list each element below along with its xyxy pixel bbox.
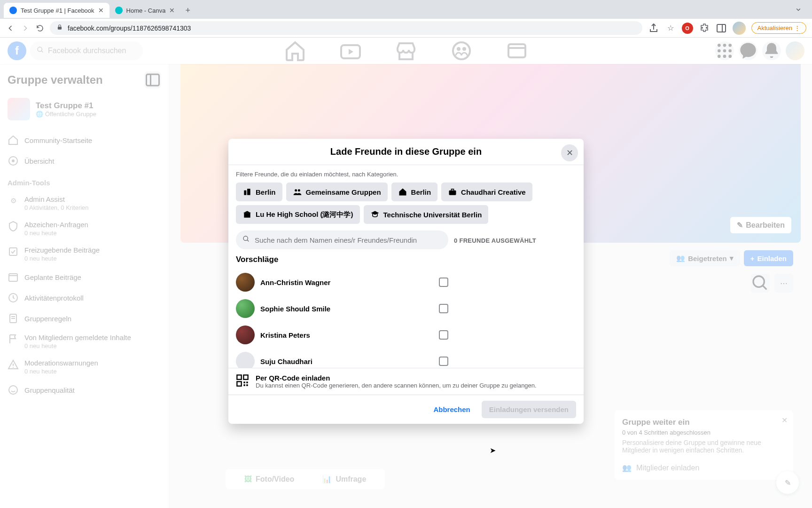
friend-avatar bbox=[236, 299, 255, 318]
friend-row[interactable]: Sophie Should Smile bbox=[236, 295, 448, 322]
menu-dots-icon: ⋮ bbox=[794, 24, 800, 32]
profile-avatar[interactable] bbox=[733, 22, 746, 35]
friend-avatar bbox=[236, 325, 255, 344]
friend-name: Ann-Christin Wagner bbox=[260, 278, 433, 286]
svg-rect-36 bbox=[244, 190, 246, 195]
svg-rect-41 bbox=[244, 213, 250, 218]
svg-rect-44 bbox=[237, 375, 241, 379]
reload-button[interactable] bbox=[36, 24, 44, 32]
nav-bar: facebook.com/groups/1187626598741303 ☆ O… bbox=[0, 19, 812, 38]
svg-rect-50 bbox=[246, 384, 248, 386]
svg-rect-40 bbox=[449, 190, 456, 195]
chip-lu-he-school[interactable]: Lu He High School (潞河中学) bbox=[236, 205, 360, 224]
cancel-button[interactable]: Abbrechen bbox=[426, 401, 477, 418]
update-button[interactable]: Aktualisieren ⋮ bbox=[751, 22, 806, 34]
selected-count: 0 FREUNDE AUSGEWÄHLT bbox=[454, 237, 576, 244]
search-icon bbox=[242, 235, 250, 245]
friend-name: Kristina Peters bbox=[260, 331, 433, 339]
friend-search[interactable] bbox=[236, 230, 448, 249]
svg-rect-1 bbox=[717, 24, 726, 32]
sidepanel-icon[interactable] bbox=[716, 23, 727, 34]
qr-title: Per QR-Code einladen bbox=[256, 374, 537, 382]
friend-list[interactable]: Ann-Christin Wagner Sophie Should Smile bbox=[236, 269, 448, 368]
svg-line-43 bbox=[247, 240, 249, 241]
star-icon[interactable]: ☆ bbox=[665, 23, 676, 34]
tab-title: Test Gruppe #1 | Facebook bbox=[21, 7, 94, 14]
home-icon bbox=[398, 187, 407, 197]
friend-avatar bbox=[236, 273, 255, 292]
qrcode-icon bbox=[236, 374, 249, 387]
submit-button[interactable]: Einladungen versenden bbox=[482, 401, 576, 418]
chip-berlin-city[interactable]: Berlin bbox=[236, 183, 282, 201]
share-icon[interactable] bbox=[648, 23, 659, 34]
svg-rect-37 bbox=[247, 189, 250, 195]
favicon bbox=[9, 7, 17, 14]
svg-rect-47 bbox=[243, 381, 245, 383]
qr-invite-section[interactable]: Per QR-Code einladen Du kannst einen QR-… bbox=[228, 368, 584, 395]
education-icon bbox=[370, 210, 380, 219]
svg-point-42 bbox=[243, 236, 248, 240]
school-icon bbox=[242, 210, 252, 219]
tab-bar: Test Gruppe #1 | Facebook ✕ Home - Canva… bbox=[0, 0, 812, 19]
friend-search-input[interactable] bbox=[255, 236, 442, 244]
svg-rect-0 bbox=[58, 27, 62, 30]
tab-title: Home - Canva bbox=[126, 7, 166, 14]
extension-adblock-icon[interactable]: O bbox=[682, 23, 693, 34]
back-button[interactable] bbox=[6, 24, 15, 33]
checkbox[interactable] bbox=[439, 304, 448, 313]
extensions-icon[interactable] bbox=[699, 23, 710, 34]
friend-name: Sophie Should Smile bbox=[260, 305, 433, 313]
browser-tab[interactable]: Home - Canva ✕ bbox=[109, 3, 181, 18]
chip-tu-berlin[interactable]: Technische Universität Berlin bbox=[364, 205, 489, 224]
modal-title: Lade Freunde in diese Gruppe ein bbox=[236, 146, 576, 157]
suggestions-label: Vorschläge bbox=[236, 255, 448, 264]
url-text: facebook.com/groups/1187626598741303 bbox=[68, 24, 636, 32]
groups-icon bbox=[293, 187, 302, 197]
chip-common-groups[interactable]: Gemeinsame Gruppen bbox=[286, 183, 388, 201]
favicon bbox=[115, 7, 123, 14]
checkbox[interactable] bbox=[439, 330, 448, 340]
svg-point-39 bbox=[297, 189, 300, 191]
new-tab-button[interactable]: + bbox=[180, 4, 195, 17]
browser-chrome: Test Gruppe #1 | Facebook ✕ Home - Canva… bbox=[0, 0, 812, 38]
fb-page: f Facebook durchsuchen Gruppe verwalten bbox=[0, 38, 812, 508]
mouse-cursor: ➤ bbox=[490, 446, 496, 455]
svg-rect-48 bbox=[246, 381, 248, 383]
invite-friends-modal: Lade Freunde in diese Gruppe ein ✕ Filte… bbox=[228, 139, 584, 424]
checkbox[interactable] bbox=[439, 278, 448, 287]
friend-row[interactable]: Kristina Peters bbox=[236, 322, 448, 348]
svg-point-38 bbox=[295, 189, 297, 191]
modal-close-button[interactable]: ✕ bbox=[561, 144, 578, 161]
chip-chaudhari-creative[interactable]: Chaudhari Creative bbox=[441, 183, 532, 201]
qr-description: Du kannst einen QR-Code generieren, den … bbox=[256, 382, 537, 389]
modal-footer: Abbrechen Einladungen versenden bbox=[228, 395, 584, 424]
tab-close-icon[interactable]: ✕ bbox=[98, 7, 104, 14]
tab-close-icon[interactable]: ✕ bbox=[169, 7, 175, 14]
friend-row[interactable]: Ann-Christin Wagner bbox=[236, 269, 448, 295]
lock-icon bbox=[56, 24, 63, 32]
friend-name: Suju Chaudhari bbox=[260, 357, 433, 365]
friend-row[interactable]: Suju Chaudhari bbox=[236, 348, 448, 368]
checkbox[interactable] bbox=[439, 357, 448, 366]
svg-rect-46 bbox=[237, 381, 241, 386]
filter-chips: Berlin Gemeinsame Gruppen Berlin Chaudha… bbox=[236, 183, 576, 224]
svg-rect-49 bbox=[243, 384, 245, 386]
url-bar[interactable]: facebook.com/groups/1187626598741303 bbox=[50, 21, 642, 35]
filter-hint: Filtere Freunde, die du einladen möchtes… bbox=[236, 171, 576, 178]
modal-backdrop[interactable]: Lade Freunde in diese Gruppe ein ✕ Filte… bbox=[0, 38, 812, 508]
chrome-chevron-icon[interactable] bbox=[794, 5, 803, 16]
forward-button[interactable] bbox=[21, 24, 30, 33]
friend-avatar bbox=[236, 352, 255, 368]
modal-header: Lade Freunde in diese Gruppe ein ✕ bbox=[228, 139, 584, 165]
svg-rect-45 bbox=[243, 375, 248, 379]
chip-berlin-home[interactable]: Berlin bbox=[391, 183, 438, 201]
browser-tab-active[interactable]: Test Gruppe #1 | Facebook ✕ bbox=[4, 3, 109, 18]
briefcase-icon bbox=[448, 187, 457, 197]
city-icon bbox=[242, 187, 252, 197]
